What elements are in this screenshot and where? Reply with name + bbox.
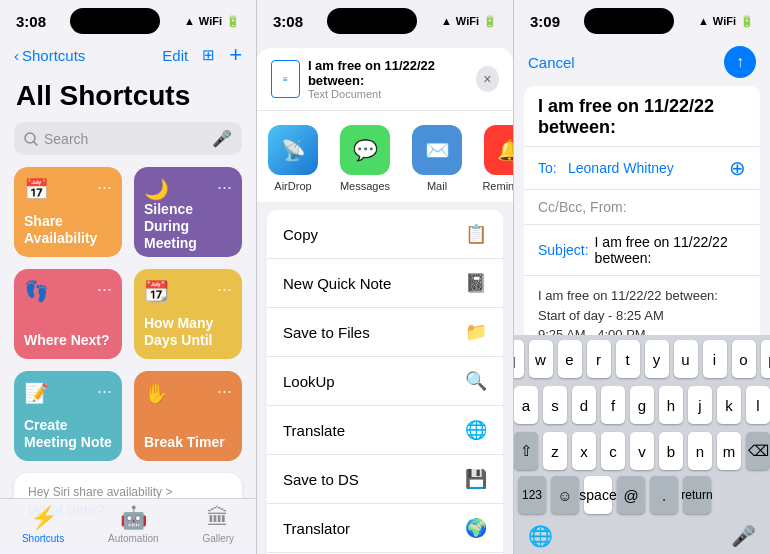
key-z[interactable]: z [543,432,567,470]
keyboard-row-2: a s d f g h j k l [514,381,770,427]
key-return[interactable]: return [683,476,711,514]
share-app-messages[interactable]: 💬 Messages [329,125,401,192]
silence-icon: 🌙 [144,177,169,201]
card-menu[interactable]: ··· [217,279,232,300]
search-bar[interactable]: Search 🎤 [14,122,242,155]
key-delete[interactable]: ⌫ [746,432,770,470]
gallery-tab-icon: 🏛 [207,505,229,531]
share-item-save-ds[interactable]: Save to DS 💾 [267,455,503,504]
key-j[interactable]: j [688,386,712,424]
share-doc-info: ≡ I am free on 11/22/22 between: Text Do… [271,58,476,100]
tab-automation[interactable]: 🤖 Automation [108,505,159,544]
card-menu[interactable]: ··· [217,177,232,198]
key-l[interactable]: l [746,386,770,424]
shortcut-silence-meeting[interactable]: 🌙 ··· Silence During Meeting [134,167,242,257]
key-k[interactable]: k [717,386,741,424]
subject-field[interactable]: Subject: I am free on 11/22/22 between: [524,225,760,276]
key-e[interactable]: e [558,340,582,378]
key-x[interactable]: x [572,432,596,470]
cancel-button[interactable]: Cancel [528,54,575,71]
doc-title: I am free on 11/22/22 between: [308,58,476,88]
mail-icon: ✉️ [412,125,462,175]
files-icon: 📁 [465,321,487,343]
share-app-airdrop[interactable]: 📡 AirDrop [257,125,329,192]
key-shift[interactable]: ⇧ [514,432,538,470]
key-d[interactable]: d [572,386,596,424]
key-t[interactable]: t [616,340,640,378]
share-item-lookup[interactable]: LookUp 🔍 [267,357,503,406]
lookup-icon: 🔍 [465,370,487,392]
key-y[interactable]: y [645,340,669,378]
grid-icon[interactable]: ⊞ [202,46,215,64]
page-title: All Shortcuts [0,76,256,122]
key-emoji[interactable]: ☺ [551,476,579,514]
key-at[interactable]: @ [617,476,645,514]
keyboard-bottom-row: 123 ☺ space @ . return [514,473,770,520]
copy-icon: 📋 [465,223,487,245]
key-c[interactable]: c [601,432,625,470]
key-i[interactable]: i [703,340,727,378]
where-next-icon: 👣 [24,279,49,303]
key-g[interactable]: g [630,386,654,424]
send-button[interactable]: ↑ [724,46,756,78]
key-o[interactable]: o [732,340,756,378]
card-menu[interactable]: ··· [97,381,112,402]
messages-icon: 💬 [340,125,390,175]
search-icon [24,132,38,146]
key-q[interactable]: q [514,340,524,378]
globe-icon[interactable]: 🌐 [528,524,553,548]
key-period[interactable]: . [650,476,678,514]
add-icon[interactable]: + [229,42,242,68]
share-item-translate[interactable]: Translate 🌐 [267,406,503,455]
key-n[interactable]: n [688,432,712,470]
key-space[interactable]: space [584,476,612,514]
tab-shortcuts[interactable]: ⚡ Shortcuts [22,505,64,544]
key-v[interactable]: v [630,432,654,470]
edit-button[interactable]: Edit [162,47,188,64]
cc-field[interactable]: Cc/Bcc, From: [524,190,760,225]
shortcut-share-availability[interactable]: 📅 ··· Share Availability [14,167,122,257]
share-list: Copy 📋 New Quick Note 📓 Save to Files 📁 … [267,210,503,554]
shortcut-how-many-days[interactable]: 📆 ··· How Many Days Until [134,269,242,359]
mic-icon[interactable]: 🎤 [212,129,232,148]
share-item-save-files[interactable]: Save to Files 📁 [267,308,503,357]
add-recipient-icon[interactable]: ⊕ [729,156,746,180]
shortcut-break-timer[interactable]: ✋ ··· Break Timer [134,371,242,461]
break-icon: ✋ [144,381,169,405]
key-h[interactable]: h [659,386,683,424]
shortcuts-tab-icon: ⚡ [30,505,57,531]
shortcut-create-meeting[interactable]: 📝 ··· Create Meeting Note [14,371,122,461]
nav-actions: Edit ⊞ + [162,42,242,68]
keyboard-extras: 🌐 🎤 [514,520,770,554]
key-a[interactable]: a [514,386,538,424]
airdrop-icon: 📡 [268,125,318,175]
share-item-translator[interactable]: Translator 🌍 [267,504,503,553]
tab-gallery[interactable]: 🏛 Gallery [202,505,234,544]
status-bar-3: 3:09 ▲ WiFi 🔋 [514,0,770,38]
share-app-reminders[interactable]: 🔔 Reminders [473,125,513,192]
shortcut-where-next[interactable]: 👣 ··· Where Next? [14,269,122,359]
card-menu[interactable]: ··· [97,177,112,198]
key-r[interactable]: r [587,340,611,378]
key-w[interactable]: w [529,340,553,378]
key-num[interactable]: 123 [518,476,546,514]
time-1: 3:08 [16,13,46,30]
key-u[interactable]: u [674,340,698,378]
card-menu[interactable]: ··· [97,279,112,300]
key-f[interactable]: f [601,386,625,424]
time-2: 3:08 [273,13,303,30]
back-button[interactable]: ‹ Shortcuts [14,47,85,64]
meeting-icon: 📝 [24,381,49,405]
key-s[interactable]: s [543,386,567,424]
key-p[interactable]: p [761,340,771,378]
days-icon: 📆 [144,279,169,303]
share-app-mail[interactable]: ✉️ Mail [401,125,473,192]
close-button[interactable]: × [476,66,499,92]
card-menu[interactable]: ··· [217,381,232,402]
to-field[interactable]: To: Leonard Whitney ⊕ [524,147,760,190]
key-b[interactable]: b [659,432,683,470]
key-m[interactable]: m [717,432,741,470]
share-item-quick-note[interactable]: New Quick Note 📓 [267,259,503,308]
share-item-copy[interactable]: Copy 📋 [267,210,503,259]
keyboard-mic-icon[interactable]: 🎤 [731,524,756,548]
